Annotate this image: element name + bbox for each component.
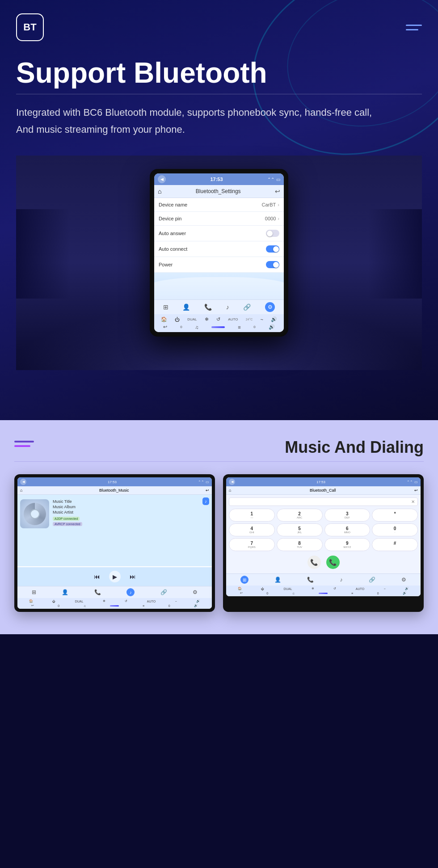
settings-row-device-name[interactable]: Device name CarBT › [154,198,284,212]
music-note-button[interactable]: ♪ [202,497,209,505]
ctb-vol[interactable]: 🔊 [405,587,409,590]
ctb-power[interactable]: ⏻ [261,587,264,590]
music-back-icon[interactable]: ↩ [206,488,209,493]
power-toggle[interactable] [266,261,279,268]
nav-phone-icon[interactable]: 📞 [204,303,212,311]
nav-settings-icon[interactable]: ⚙ [265,302,275,312]
toolbar-volume-down[interactable]: 🔊 [269,324,275,330]
music-badges: A2DP connected AVRCP connected [53,515,83,526]
toolbar-back[interactable]: ↩ [163,324,167,330]
ctb-slider[interactable] [319,593,328,594]
toolbar-wave[interactable]: ~ [261,317,263,322]
dial-5[interactable]: 5JKL [277,523,323,536]
call-home-icon[interactable]: ⌂ [229,488,231,493]
toolbar-menu-lines[interactable]: ≡ [238,324,240,330]
nav-link-icon[interactable]: 🔗 [243,303,251,311]
ctb-vol2[interactable]: 🔊 [403,591,407,595]
cnav-music[interactable]: ♪ [340,577,343,583]
cnav-link[interactable]: 🔗 [369,577,375,583]
mtb-recycle[interactable]: ↺ [125,599,127,603]
play-btn[interactable]: ▶ [109,571,121,582]
toolbar-snowflake[interactable]: ❄ [205,316,209,322]
music-divider [14,461,424,462]
settings-row-auto-answer[interactable]: Auto answer [154,226,284,241]
toolbar-music-note[interactable]: ♫ [195,324,198,330]
call-back-icon[interactable]: ↩ [414,488,418,493]
prev-track-btn[interactable]: ⏮ [94,573,100,580]
mtb-vol2[interactable]: 🔊 [194,604,198,607]
settings-row-power[interactable]: Power [154,257,284,273]
dial-9[interactable]: 9WXYZ [324,538,371,551]
mtb-note[interactable]: ♫ [84,604,86,607]
mnav-music[interactable]: ♪ [126,588,135,596]
settings-row-device-pin[interactable]: Device pin 0000 › [154,212,284,226]
auto-connect-toggle[interactable] [266,245,279,253]
toolbar-recycle[interactable]: ↺ [216,316,220,322]
cnav-grid[interactable]: ⊞ [240,576,248,584]
dial-4[interactable]: 4GHI [229,523,275,536]
mnav-settings[interactable]: ⚙ [193,589,198,595]
call-back-btn[interactable]: ◀ [229,479,235,485]
auto-answer-toggle[interactable] [266,230,279,237]
nav-music-icon[interactable]: ♪ [226,303,229,311]
mtb-slider[interactable] [110,605,119,607]
music-home-icon[interactable]: ⌂ [20,488,22,493]
mnav-grid[interactable]: ⊞ [32,589,36,595]
back-icon[interactable]: ↩ [275,188,280,195]
mtb-back[interactable]: ↩ [31,604,34,607]
ctb-recycle[interactable]: ↺ [333,587,336,590]
dial-3[interactable]: 3DEF [324,509,371,522]
call-number-input[interactable] [232,500,409,504]
mtb-wave[interactable]: ~ [175,600,177,603]
mtb-auto: AUTO [147,600,156,603]
toolbar-dual: DUAL [187,317,197,321]
accept-call-btn[interactable]: 📞 [326,556,340,569]
home-icon[interactable]: ⌂ [158,188,161,195]
chevron-icon-pin: › [278,216,279,221]
mtb-home[interactable]: 🏠 [29,599,33,603]
toolbar-power[interactable]: ⏻ [175,317,180,322]
dial-6[interactable]: 6MNO [324,523,371,536]
cnav-user[interactable]: 👤 [274,577,281,583]
call-dialpad-content: ✕ 1— 2ABC 3DEF * 4GHI 5JKL 6MNO 0· 7PQRS… [226,495,421,573]
dial-7[interactable]: 7PQRS [229,538,275,551]
screen-back-btn[interactable]: ◀ [158,175,166,183]
next-track-btn[interactable]: ⏭ [130,573,136,580]
mtb-vol[interactable]: 🔊 [196,599,200,603]
mtb-snow[interactable]: ❄ [103,599,105,603]
ctb-menu[interactable]: ≡ [351,592,353,595]
dial-hash[interactable]: # [372,538,418,551]
mtb-menu[interactable]: ≡ [143,604,144,607]
dial-star[interactable]: * [372,509,418,522]
end-call-btn[interactable]: 📞 [307,556,321,569]
mnav-link[interactable]: 🔗 [160,589,167,595]
dial-1[interactable]: 1— [229,509,275,522]
toolbar-volume-up[interactable]: 🔊 [271,316,277,322]
ctb-wave[interactable]: ~ [384,587,386,590]
mnav-user[interactable]: 👤 [62,589,68,595]
delete-btn[interactable]: ✕ [411,499,415,504]
cnav-phone[interactable]: 📞 [307,577,314,583]
music-back-btn[interactable]: ◀ [20,479,26,485]
ctb-back[interactable]: ↩ [240,591,243,595]
call-battery-icon: ▭ [414,480,418,484]
dial-8[interactable]: 8TUV [277,538,323,551]
dial-2[interactable]: 2ABC [277,509,323,522]
settings-row-auto-connect[interactable]: Auto connect [154,241,284,257]
music-player-content: ♪ Music Title Music Album Music Artist A… [17,495,212,566]
call-toolbar-row-1: 🏠 ⏻ DUAL ❄ ↺ AUTO ~ 🔊 [228,586,419,591]
ctb-snow[interactable]: ❄ [312,587,314,590]
music-title-text: Music Title [53,499,83,504]
ctb-note[interactable]: ♫ [292,592,295,595]
ctb-home[interactable]: 🏠 [238,587,242,590]
hamburger-menu[interactable] [406,25,422,30]
toolbar-slider[interactable] [211,326,225,328]
mtb-power[interactable]: ⏻ [52,600,55,603]
a2dp-badge: A2DP connected [53,517,80,521]
dial-0[interactable]: 0· [372,523,418,536]
toolbar-home[interactable]: 🏠 [161,316,167,322]
mnav-phone[interactable]: 📞 [94,589,101,595]
cnav-settings[interactable]: ⚙ [401,577,406,583]
nav-grid-icon[interactable]: ⊞ [163,303,168,311]
nav-user-icon[interactable]: 👤 [182,303,190,311]
